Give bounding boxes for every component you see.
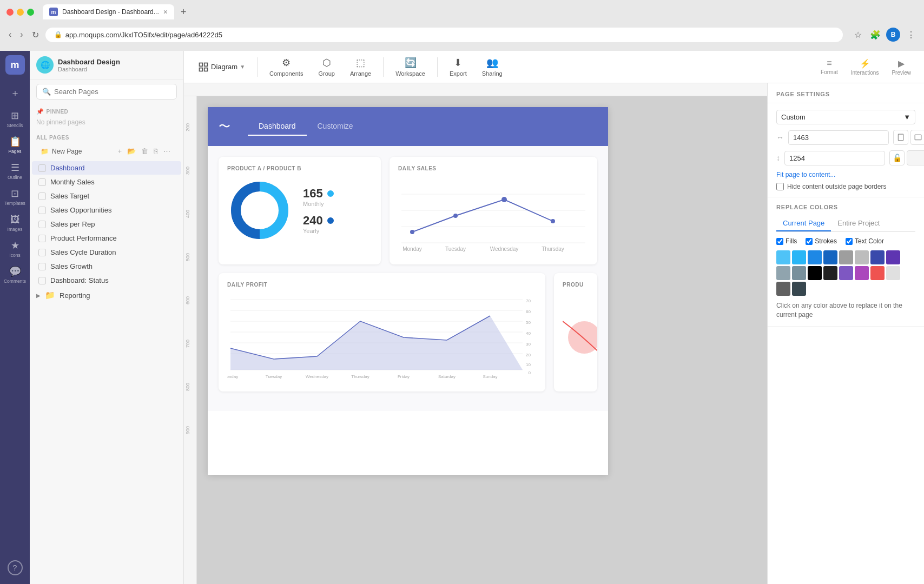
color-swatch-0[interactable] — [776, 250, 790, 264]
sharing-button[interactable]: 👥 Sharing — [477, 54, 508, 80]
sidebar-item-add[interactable]: ＋ — [3, 81, 27, 105]
bookmark-icon[interactable]: ☆ — [852, 28, 864, 41]
canvas-tab-dashboard[interactable]: Dashboard — [248, 117, 307, 136]
page-item-product-performance[interactable]: Product Performance — [32, 231, 181, 245]
color-swatch-7[interactable] — [886, 250, 900, 264]
add-folder-button[interactable]: 📂 — [125, 146, 138, 156]
page-checkbox-sales-growth[interactable] — [38, 263, 46, 270]
components-button[interactable]: ⚙ Components — [264, 54, 308, 80]
portrait-button[interactable] — [893, 130, 908, 145]
color-swatch-16[interactable] — [776, 282, 790, 296]
width-input[interactable] — [788, 130, 889, 145]
color-swatch-2[interactable] — [808, 250, 822, 264]
sidebar-item-templates[interactable]: ⊡ Templates — [3, 185, 27, 209]
new-page-button[interactable]: 📁 New Page + 📂 🗑 ⎘ ⋯ — [36, 144, 177, 158]
text-color-checkbox-label[interactable]: Text Color — [846, 237, 884, 245]
color-swatch-9[interactable] — [792, 266, 806, 280]
sidebar-item-stencils[interactable]: ⊞ Stencils — [3, 107, 27, 131]
preview-button[interactable]: ▶ Preview — [887, 56, 915, 78]
color-swatch-11[interactable] — [823, 266, 837, 280]
page-item-dashboard[interactable]: Dashboard — [32, 161, 181, 175]
height-input[interactable] — [784, 151, 885, 165]
refresh-button[interactable]: ↻ — [30, 28, 41, 42]
color-swatch-1[interactable] — [792, 250, 806, 264]
page-item-sales-cycle[interactable]: Sales Cycle Duration — [32, 245, 181, 259]
interactions-button[interactable]: ⚡ Interactions — [847, 56, 883, 78]
page-checkbox-sales-rep[interactable] — [38, 221, 46, 228]
page-checkbox-dashboard-status[interactable] — [38, 277, 46, 284]
page-checkbox-sales-cycle[interactable] — [38, 249, 46, 256]
search-box[interactable]: 🔍 — [36, 84, 177, 99]
sidebar-item-comments[interactable]: 💬 Comments — [3, 263, 27, 287]
text-color-checkbox[interactable] — [846, 238, 853, 245]
color-swatch-4[interactable] — [839, 250, 853, 264]
color-swatch-3[interactable] — [823, 250, 837, 264]
extensions-icon[interactable]: 🧩 — [869, 28, 882, 41]
back-button[interactable]: ‹ — [6, 28, 14, 42]
page-item-dashboard-status[interactable]: Dashboard: Status — [32, 274, 181, 287]
export-button[interactable]: ⬇ Export — [444, 54, 472, 80]
color-swatch-8[interactable] — [776, 266, 790, 280]
color-swatch-5[interactable] — [855, 250, 869, 264]
menu-icon[interactable]: ⋮ — [905, 28, 918, 41]
landscape-button[interactable] — [910, 130, 924, 145]
format-select[interactable]: Custom ▼ — [776, 110, 915, 124]
entire-project-tab[interactable]: Entire Project — [831, 216, 886, 231]
color-swatch-15[interactable] — [886, 266, 900, 280]
page-checkbox-product-perf[interactable] — [38, 235, 46, 242]
forward-button[interactable]: › — [18, 28, 25, 42]
close-button[interactable] — [6, 9, 14, 16]
page-item-sales-target[interactable]: Sales Target — [32, 189, 181, 203]
color-picker-button[interactable] — [907, 150, 924, 165]
color-swatch-14[interactable] — [870, 266, 885, 280]
hide-content-checkbox[interactable] — [776, 183, 784, 190]
fit-page-link[interactable]: Fit page to content... — [776, 171, 915, 178]
fills-checkbox[interactable] — [776, 238, 783, 245]
page-checkbox-dashboard[interactable] — [38, 164, 46, 172]
help-button[interactable]: ? — [8, 560, 23, 575]
fullscreen-button[interactable] — [27, 9, 34, 16]
sidebar-item-images[interactable]: 🖼 Images — [3, 211, 27, 235]
group-button[interactable]: ⬡ Group — [313, 54, 340, 80]
sidebar-item-icons[interactable]: ★ Icons — [3, 237, 27, 261]
lock-aspect-button[interactable]: 🔓 — [889, 150, 905, 165]
sidebar-item-outline[interactable]: ☰ Outline — [3, 159, 27, 183]
duplicate-page-button[interactable]: ⎘ — [151, 146, 160, 156]
search-input[interactable] — [54, 88, 171, 96]
workspace-button[interactable]: 🔄 Workspace — [390, 54, 431, 80]
sidebar-item-pages[interactable]: 📋 Pages — [3, 133, 27, 157]
user-avatar[interactable]: B — [886, 28, 900, 42]
page-item-sales-per-rep[interactable]: Sales per Rep — [32, 217, 181, 231]
color-swatch-10[interactable] — [808, 266, 822, 280]
more-options-button[interactable]: ⋯ — [161, 146, 173, 156]
page-checkbox-monthly-sales[interactable] — [38, 178, 46, 186]
format-button[interactable]: ≡ Format — [816, 56, 842, 77]
strokes-checkbox-label[interactable]: Strokes — [806, 237, 837, 245]
strokes-checkbox[interactable] — [806, 238, 813, 245]
app-logo[interactable]: m — [5, 55, 25, 75]
page-item-sales-growth[interactable]: Sales Growth — [32, 260, 181, 273]
folder-item-reporting[interactable]: ▶ 📁 Reporting — [30, 288, 183, 303]
page-checkbox-sales-opp[interactable] — [38, 207, 46, 214]
delete-page-button[interactable]: 🗑 — [139, 146, 150, 156]
current-page-tab[interactable]: Current Page — [776, 216, 831, 231]
tab-close-button[interactable]: × — [163, 8, 168, 16]
format-select-chevron: ▼ — [903, 113, 910, 121]
page-item-sales-opportunities[interactable]: Sales Opportunities — [32, 203, 181, 217]
new-tab-button[interactable]: + — [179, 4, 189, 20]
color-swatch-13[interactable] — [855, 266, 869, 280]
minimize-button[interactable] — [17, 9, 24, 16]
page-checkbox-sales-target[interactable] — [38, 193, 46, 200]
color-swatch-12[interactable] — [839, 266, 853, 280]
page-item-monthly-sales[interactable]: Monthly Sales — [32, 175, 181, 189]
add-page-button[interactable]: + — [115, 146, 124, 156]
arrange-button[interactable]: ⬚ Arrange — [345, 54, 377, 80]
color-swatch-6[interactable] — [870, 250, 885, 264]
diagram-button[interactable]: Diagram ▼ — [193, 58, 250, 76]
color-swatch-17[interactable] — [792, 282, 806, 296]
canvas-area[interactable]: 〜 Dashboard Customize — [197, 96, 767, 584]
canvas-tab-customize[interactable]: Customize — [307, 117, 364, 136]
fills-checkbox-label[interactable]: Fills — [776, 237, 797, 245]
browser-tab[interactable]: m Dashboard Design - Dashboard... × — [43, 4, 174, 19]
url-box[interactable]: 🔒 app.moqups.com/JkxITO5lfx/edit/page/ad… — [45, 28, 843, 42]
